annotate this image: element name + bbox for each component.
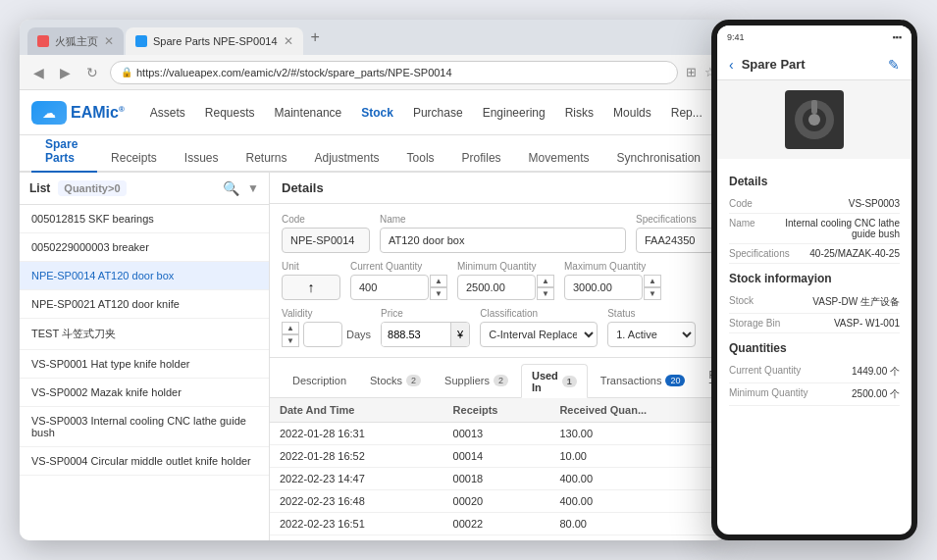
mobile-name-value: Internal cooling CNC lathe guide bush [782, 218, 900, 239]
qty-down-btn[interactable]: ▼ [430, 287, 447, 300]
table-row[interactable]: 2022-01-28 16:31 00013 130.00 [270, 423, 726, 445]
list-item-5[interactable]: TEST 斗笠式刀夹 [20, 319, 269, 350]
forward-button[interactable]: ▶ [56, 63, 75, 82]
nav-engineering[interactable]: Engineering [473, 90, 555, 134]
classification-group: Classification C-Interval Replacer [480, 308, 598, 347]
tab-issues[interactable]: Issues [171, 145, 233, 173]
mobile-specs-value: 40-25/MAZAK-40-25 [809, 248, 900, 259]
tab-movements[interactable]: Movements [515, 145, 603, 173]
nav-assets[interactable]: Assets [140, 90, 195, 134]
left-panel: List Quantity>0 🔍 ▼ 005012815 SKF bearin… [20, 173, 270, 540]
max-qty-down-btn[interactable]: ▼ [644, 287, 661, 300]
mobile-min-qty-value: 2500.00 个 [852, 387, 900, 401]
mobile-nav-bar: ‹ Spare Part ✎ [717, 49, 911, 80]
min-qty-input[interactable] [457, 275, 536, 300]
tab-receipts[interactable]: Receipts [97, 145, 171, 173]
nav-reports[interactable]: Rep... [661, 90, 712, 134]
list-item-6[interactable]: VS-SP0001 Hat type knife holder [20, 350, 269, 379]
tab-spare-parts[interactable]: Spare Parts [31, 131, 97, 173]
unit-display: ↑ [282, 275, 340, 300]
form-row-1: Code Name Specifications [282, 214, 714, 253]
max-qty-label: Maximum Quantity [564, 261, 661, 272]
list-item-3[interactable]: NPE-SP0014 AT120 door box [20, 262, 269, 290]
tab-1-close[interactable]: ✕ [104, 34, 114, 48]
list-item-7[interactable]: VS-SP0002 Mazak knife holder [20, 379, 269, 407]
nav-risks[interactable]: Risks [555, 90, 603, 134]
tab-tools[interactable]: Tools [393, 145, 448, 173]
list-item-9[interactable]: VS-SP0004 Circular middle outlet knife h… [20, 447, 269, 476]
logo-area: ☁ EAMic® [31, 101, 125, 125]
filter-icon[interactable]: ▼ [247, 181, 259, 195]
status-select[interactable]: 1. Active [607, 322, 696, 347]
table-row[interactable]: 2022-02-23 16:48 00020 400.00 [270, 490, 726, 513]
detail-tab-stocks[interactable]: Stocks 2 [359, 364, 432, 397]
cell-qty: 10.00 [549, 445, 726, 468]
list-filter[interactable]: Quantity>0 [58, 180, 126, 196]
mobile-edit-button[interactable]: ✎ [888, 57, 900, 73]
detail-tab-suppliers[interactable]: Suppliers 2 [434, 364, 519, 397]
nav-purchase[interactable]: Purchase [403, 90, 473, 134]
max-qty-input[interactable] [564, 275, 643, 300]
list-item-1[interactable]: 005012815 SKF bearings [20, 205, 269, 233]
tab-synchronisation[interactable]: Synchronisation [603, 145, 714, 173]
reload-button[interactable]: ↻ [82, 63, 102, 82]
name-input[interactable] [380, 228, 626, 253]
current-qty-input[interactable] [350, 275, 429, 300]
list-item-2[interactable]: 0050229000003 breaker [20, 233, 269, 262]
validity-input[interactable] [303, 322, 342, 347]
tab-returns[interactable]: Returns [232, 145, 300, 173]
code-input[interactable] [282, 228, 370, 253]
tab-profiles[interactable]: Profiles [448, 145, 515, 173]
min-qty-up-btn[interactable]: ▲ [537, 275, 554, 287]
specs-group: Specifications [636, 214, 714, 253]
name-group: Name [380, 214, 626, 253]
min-qty-group: Minimum Quantity ▲ ▼ [457, 261, 554, 300]
tab-1-label: 火狐主页 [55, 34, 98, 49]
price-area: ¥ [381, 322, 470, 347]
validity-area: ▲ ▼ Days [282, 322, 371, 347]
table-row[interactable]: 2022-02-23 16:51 00022 80.00 [270, 513, 726, 535]
detail-tab-transactions[interactable]: Transactions 20 [590, 364, 697, 397]
classification-select[interactable]: C-Interval Replacer [480, 322, 598, 347]
min-qty-down-btn[interactable]: ▼ [537, 287, 554, 300]
price-input[interactable] [382, 323, 450, 346]
tab-1[interactable]: 火狐主页 ✕ [27, 27, 124, 55]
tab-2-close[interactable]: ✕ [284, 34, 293, 48]
mobile-back-button[interactable]: ‹ [729, 57, 734, 73]
detail-tab-description[interactable]: Description [282, 364, 357, 397]
tab-2[interactable]: Spare Parts NPE-SP0014 ✕ [126, 27, 303, 55]
validity-down-btn[interactable]: ▼ [282, 334, 299, 347]
specs-input[interactable] [636, 228, 714, 253]
specs-label: Specifications [636, 214, 714, 225]
code-group: Code [282, 214, 370, 253]
tab-2-label: Spare Parts NPE-SP0014 [153, 35, 278, 47]
list-item-4[interactable]: NPE-SP0021 AT120 door knife [20, 290, 269, 319]
table-row[interactable]: 2022-02-23 17:03 00023 400.00 [270, 535, 726, 541]
list-item-8[interactable]: VS-SP0003 Internal cooling CNC lathe gui… [20, 407, 269, 447]
back-button[interactable]: ◀ [29, 63, 48, 82]
address-bar[interactable]: 🔒 https://valueapex.com/eamic/v2/#/stock… [110, 61, 678, 84]
mobile-bin-label: Storage Bin [729, 318, 780, 329]
table-row[interactable]: 2022-02-23 14:47 00018 400.00 [270, 468, 726, 490]
detail-tabs: Description Stocks 2 Suppliers 2 Used In… [270, 358, 726, 398]
nav-requests[interactable]: Requests [195, 90, 265, 134]
nav-maintenance[interactable]: Maintenance [265, 90, 352, 134]
cell-date: 2022-02-23 17:03 [270, 535, 443, 541]
screenshot-icon[interactable]: ⊞ [686, 65, 697, 79]
tab-adjustments[interactable]: Adjustments [301, 145, 393, 173]
search-icon[interactable]: 🔍 [223, 180, 239, 196]
detail-tab-used-in[interactable]: Used In 1 [521, 364, 588, 398]
new-tab-button[interactable]: + [311, 28, 320, 46]
nav-moulds[interactable]: Moulds [603, 90, 661, 134]
nav-stock[interactable]: Stock [351, 90, 403, 134]
form-area: Code Name Specifications [270, 204, 726, 358]
validity-up-btn[interactable]: ▲ [282, 322, 299, 334]
mobile-panel: 9:41 ▪▪▪ ‹ Spare Part ✎ Details Code VS-… [711, 20, 917, 540]
validity-label: Validity [282, 308, 371, 319]
table-row[interactable]: 2022-01-28 16:52 00014 10.00 [270, 445, 726, 468]
mobile-name-label: Name [729, 218, 755, 239]
top-nav: ☁ EAMic® Assets Requests Maintenance Sto… [20, 90, 726, 135]
mobile-details-title: Details [729, 175, 900, 188]
max-qty-up-btn[interactable]: ▲ [644, 275, 661, 287]
qty-up-btn[interactable]: ▲ [430, 275, 447, 287]
